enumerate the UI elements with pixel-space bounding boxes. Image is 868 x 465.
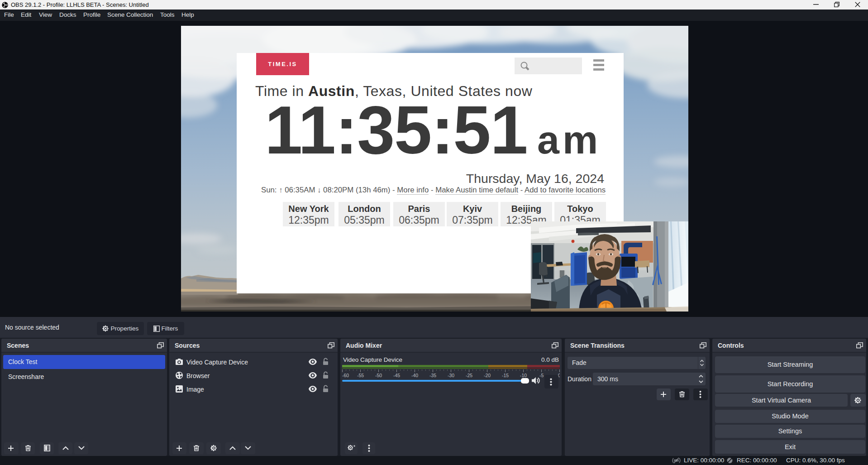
svg-text:-30: -30 — [448, 373, 454, 378]
svg-text:-55: -55 — [357, 373, 364, 378]
svg-text:-35: -35 — [429, 373, 436, 378]
svg-text:-15: -15 — [502, 373, 509, 378]
svg-text:-45: -45 — [393, 373, 400, 378]
svg-text:-50: -50 — [375, 373, 382, 378]
svg-text:-5: -5 — [539, 373, 544, 378]
svg-text:-60: -60 — [342, 373, 349, 378]
svg-text:-20: -20 — [484, 373, 491, 378]
svg-text:-10: -10 — [520, 373, 527, 378]
svg-text:-40: -40 — [411, 373, 418, 378]
svg-text:-25: -25 — [466, 373, 472, 378]
